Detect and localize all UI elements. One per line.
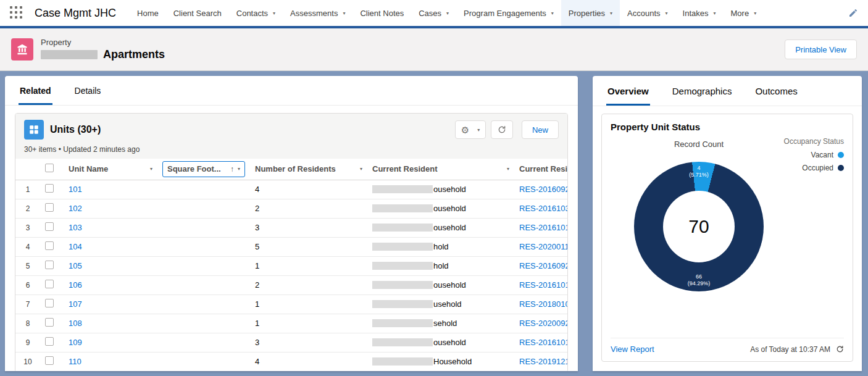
unit-name-link[interactable]: 101 <box>69 185 82 194</box>
column-label: Square Foot... <box>167 164 221 173</box>
table-row: 101104HouseholdRES-20191218-rc <box>15 352 567 371</box>
row-number-cell: 7 <box>15 295 40 314</box>
row-checkbox[interactable] <box>45 184 54 193</box>
chevron-down-icon: ▾ <box>360 166 362 172</box>
unit-name-link[interactable]: 104 <box>69 242 82 251</box>
property-icon <box>11 38 33 61</box>
row-checkbox[interactable] <box>45 203 54 212</box>
column-header-number-of-residents[interactable]: Number of Residents▾ <box>250 159 367 180</box>
edit-pencil-icon[interactable] <box>845 8 862 18</box>
column-header-unit-name[interactable]: Unit Name▾ <box>64 159 157 180</box>
square-footage-cell <box>157 275 250 295</box>
view-report-link[interactable]: View Report <box>611 345 654 354</box>
redacted-resident-name <box>372 357 433 366</box>
nav-item-label: Contacts <box>236 9 268 18</box>
refresh-chart-icon[interactable] <box>836 345 844 353</box>
legend-swatch <box>838 152 844 158</box>
printable-view-button[interactable]: Printable View <box>785 40 857 59</box>
current-resident-cell: ousehold <box>372 338 509 347</box>
row-checkbox[interactable] <box>45 318 54 327</box>
nav-item-contacts[interactable]: Contacts▾ <box>229 0 283 26</box>
residence-link[interactable]: RES-20161031-rc <box>519 204 567 213</box>
nav-item-assessments[interactable]: Assessments▾ <box>283 0 353 26</box>
app-launcher-icon[interactable] <box>10 6 23 20</box>
column-header-current-resident[interactable]: Current Resident▾ <box>367 159 514 180</box>
residence-link[interactable]: RES-20191218-rc <box>519 357 567 366</box>
residents-cell: 5 <box>250 237 367 256</box>
current-resident-cell: hold <box>372 242 509 251</box>
resident-name-fragment: ousehold <box>433 185 466 194</box>
chevron-down-icon: ▾ <box>446 10 449 16</box>
nav-item-intakes[interactable]: Intakes▾ <box>675 0 724 26</box>
column-header-square-foot[interactable]: Square Foot...↑▾ <box>157 159 250 180</box>
current-resident-cell: ousehold <box>372 185 509 194</box>
list-settings-button[interactable]: ⚙ ▾ <box>455 120 486 139</box>
nav-item-client-search[interactable]: Client Search <box>166 0 229 26</box>
nav-item-label: Intakes <box>683 9 709 18</box>
residence-link[interactable]: RES-20180104-rc <box>519 299 567 309</box>
row-checkbox[interactable] <box>45 356 54 365</box>
residence-link[interactable]: RES-20161013-rc <box>519 280 567 290</box>
table-row: 61062ouseholdRES-20161013-rc <box>15 275 567 295</box>
tab-overview[interactable]: Overview <box>606 76 650 106</box>
legend-item-occupied[interactable]: Occupied <box>784 164 844 172</box>
row-checkbox[interactable] <box>45 337 54 346</box>
sort-asc-icon: ↑ <box>230 165 234 173</box>
residence-link[interactable]: RES-20161014-rc <box>519 223 567 232</box>
donut-chart[interactable]: 4 (5.71%) 66 (94.29%) 70 <box>634 162 764 291</box>
select-all-checkbox[interactable] <box>45 164 54 172</box>
tab-related[interactable]: Related <box>19 76 52 105</box>
unit-name-link[interactable]: 103 <box>69 223 82 232</box>
overview-panel: OverviewDemographicsOutcomes Property Un… <box>593 76 862 371</box>
legend-title: Occupancy Status <box>784 137 844 146</box>
unit-name-link[interactable]: 110 <box>69 357 81 366</box>
tab-details[interactable]: Details <box>73 76 102 105</box>
unit-name-link[interactable]: 108 <box>69 319 82 328</box>
nav-item-program-engagements[interactable]: Program Engagements▾ <box>456 0 561 26</box>
table-row: 41045holdRES-20200110-rc <box>15 237 567 256</box>
residence-link[interactable]: RES-20160929-rc <box>519 185 567 194</box>
chart-legend: Occupancy Status VacantOccupied <box>784 137 844 172</box>
units-title: Units (30+) <box>50 124 101 135</box>
tab-demographics[interactable]: Demographics <box>671 76 733 106</box>
residents-cell: 3 <box>250 333 367 352</box>
residence-link[interactable]: RES-20160929-rc <box>519 261 567 270</box>
residents-cell: 3 <box>250 218 367 237</box>
row-checkbox[interactable] <box>45 241 54 250</box>
square-footage-cell <box>157 180 250 199</box>
resident-name-fragment: hold <box>433 261 449 270</box>
nav-item-home[interactable]: Home <box>130 0 166 26</box>
record-name-text: Apartments <box>103 48 165 61</box>
nav-item-label: Accounts <box>627 9 660 18</box>
unit-name-link[interactable]: 107 <box>69 299 82 309</box>
refresh-list-button[interactable] <box>491 120 513 139</box>
record-header: Property Apartments Printable View <box>0 28 868 71</box>
residence-link[interactable]: RES-20200928-rc <box>519 319 567 328</box>
row-checkbox[interactable] <box>45 261 54 269</box>
row-checkbox[interactable] <box>45 222 54 231</box>
column-header-inner: Current Residence▾ <box>519 161 562 177</box>
residence-link[interactable]: RES-20161013-rc <box>519 338 567 347</box>
column-label: Current Resident <box>372 164 437 173</box>
nav-item-properties[interactable]: Properties▾ <box>561 0 620 26</box>
nav-item-cases[interactable]: Cases▾ <box>411 0 456 26</box>
unit-name-link[interactable]: 105 <box>69 261 82 270</box>
tab-outcomes[interactable]: Outcomes <box>754 76 798 106</box>
column-header-current-residence[interactable]: Current Residence▾ <box>514 159 567 180</box>
new-unit-button[interactable]: New <box>522 120 559 139</box>
square-footage-cell <box>157 237 250 256</box>
square-footage-cell <box>157 352 250 371</box>
nav-item-accounts[interactable]: Accounts▾ <box>620 0 675 26</box>
unit-name-link[interactable]: 109 <box>69 338 82 347</box>
row-checkbox[interactable] <box>45 299 54 307</box>
unit-name-link[interactable]: 102 <box>69 204 82 213</box>
unit-name-link[interactable]: 106 <box>69 280 82 290</box>
nav-item-client-notes[interactable]: Client Notes <box>353 0 411 26</box>
nav-item-label: Client Search <box>173 9 222 18</box>
legend-label: Occupied <box>802 164 833 172</box>
table-header-row: Unit Name▾Square Foot...↑▾Number of Resi… <box>15 159 567 180</box>
legend-item-vacant[interactable]: Vacant <box>784 151 844 159</box>
row-checkbox[interactable] <box>45 280 54 288</box>
nav-item-more[interactable]: More▾ <box>724 0 764 26</box>
residence-link[interactable]: RES-20200110-rc <box>519 242 567 251</box>
